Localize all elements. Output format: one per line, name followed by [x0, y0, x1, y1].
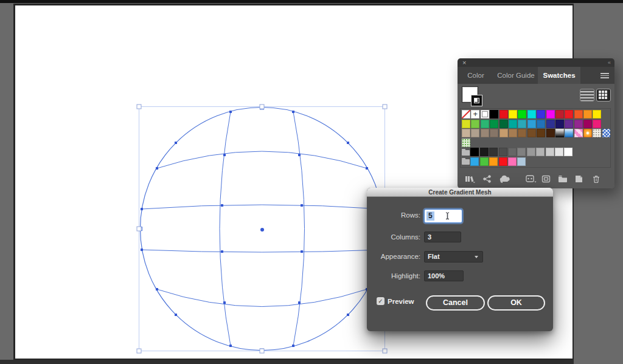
swatch[interactable]	[527, 110, 536, 118]
swatch[interactable]	[462, 129, 470, 137]
swatch[interactable]	[537, 120, 545, 128]
new-swatch-icon[interactable]	[575, 175, 583, 183]
delete-swatch-icon[interactable]	[593, 175, 600, 183]
swatch[interactable]	[574, 110, 583, 118]
swatch[interactable]	[462, 110, 470, 118]
dialog-title-bar[interactable]: Create Gradient Mesh	[367, 188, 553, 197]
tab-color-guide[interactable]: Color Guide	[494, 67, 538, 84]
swatch[interactable]	[517, 157, 526, 166]
grid-view-icon[interactable]	[596, 89, 611, 101]
swatch[interactable]	[565, 110, 573, 118]
panel-close-icon[interactable]: ×	[462, 58, 466, 67]
swatch[interactable]	[471, 129, 479, 137]
swatch[interactable]	[536, 148, 545, 156]
tab-color[interactable]: Color	[459, 67, 493, 84]
preview-checkbox[interactable]: ✓	[377, 297, 385, 305]
swatch[interactable]	[574, 129, 583, 137]
swatch[interactable]	[518, 110, 526, 118]
illustrator-workspace: × « Color Color Guide Swatches	[0, 0, 623, 364]
swatch[interactable]	[593, 129, 601, 137]
swatch[interactable]	[555, 148, 563, 156]
swatch[interactable]	[490, 129, 498, 137]
swatch[interactable]	[480, 148, 489, 156]
swatch[interactable]	[499, 148, 507, 156]
swatch[interactable]	[508, 157, 517, 166]
swatch[interactable]	[489, 157, 498, 166]
swatch[interactable]	[537, 129, 545, 137]
panel-drag-bar[interactable]: × «	[458, 58, 614, 67]
swatch[interactable]	[509, 120, 517, 128]
swatch[interactable]	[583, 129, 592, 137]
swatch-options-icon[interactable]	[526, 175, 537, 183]
swatches-panel-body	[458, 84, 614, 188]
swatch[interactable]	[583, 120, 592, 128]
swatch[interactable]	[490, 110, 498, 118]
swatch[interactable]	[509, 110, 517, 118]
rows-input[interactable]: 5	[424, 209, 462, 223]
swatch[interactable]	[602, 129, 611, 137]
panel-menu-icon[interactable]	[600, 73, 609, 78]
swatch[interactable]	[462, 120, 470, 128]
swatch[interactable]	[499, 157, 507, 166]
swatch[interactable]	[499, 110, 508, 118]
swatch[interactable]	[574, 120, 583, 128]
cancel-button[interactable]: Cancel	[426, 295, 485, 311]
swatch[interactable]	[509, 129, 517, 137]
dialog-title: Create Gradient Mesh	[367, 188, 553, 197]
swatch[interactable]	[517, 148, 526, 156]
swatch[interactable]	[499, 129, 508, 137]
swatch[interactable]	[527, 120, 536, 128]
swatch-row	[462, 129, 610, 139]
columns-label: Columns:	[367, 233, 420, 241]
swatch[interactable]	[481, 129, 489, 137]
swatch[interactable]	[471, 120, 479, 128]
add-to-library-icon[interactable]	[499, 175, 511, 183]
swatch[interactable]	[471, 110, 479, 118]
chevron-down-icon	[475, 256, 478, 258]
swatch[interactable]	[564, 148, 573, 156]
collapse-panel-icon[interactable]: «	[608, 59, 610, 67]
swatch[interactable]	[593, 120, 601, 128]
swatch[interactable]	[537, 110, 545, 118]
color-group-folder-icon[interactable]	[462, 150, 470, 156]
swatch[interactable]	[583, 110, 592, 118]
swatch-detail-icon[interactable]	[541, 175, 551, 183]
swatch-libraries-icon[interactable]	[465, 175, 475, 183]
swatch[interactable]	[470, 157, 479, 166]
swatch[interactable]	[565, 129, 573, 137]
swatch[interactable]	[527, 148, 535, 156]
swatch[interactable]	[546, 129, 555, 137]
swatch[interactable]	[518, 129, 526, 137]
color-group-folder-icon[interactable]	[462, 159, 470, 165]
swatch[interactable]	[565, 120, 573, 128]
swatch[interactable]	[527, 129, 536, 137]
swatch[interactable]	[508, 148, 517, 156]
highlight-input[interactable]: 100%	[424, 270, 464, 281]
list-view-icon[interactable]	[580, 89, 594, 101]
tab-swatches[interactable]: Swatches	[538, 67, 580, 84]
stroke-proxy-swatch[interactable]	[472, 95, 482, 106]
swatch[interactable]	[593, 110, 601, 118]
swatch[interactable]	[546, 110, 555, 118]
swatch[interactable]	[489, 148, 498, 156]
appearance-dropdown[interactable]: Flat	[424, 251, 483, 263]
swatch-kinds-icon[interactable]	[483, 175, 491, 183]
swatch[interactable]	[518, 120, 526, 128]
columns-input[interactable]: 3	[424, 232, 461, 242]
swatch[interactable]	[481, 110, 489, 118]
swatch[interactable]	[555, 129, 564, 137]
swatch-grid	[460, 108, 611, 168]
swatch[interactable]	[480, 157, 489, 166]
ok-button[interactable]: OK	[487, 295, 545, 311]
swatch[interactable]	[555, 120, 564, 128]
swatch[interactable]	[470, 148, 479, 156]
window-bottom-edge	[0, 360, 574, 364]
new-color-group-icon[interactable]	[558, 175, 568, 183]
swatch[interactable]	[490, 120, 498, 128]
swatch[interactable]	[546, 148, 554, 156]
swatch[interactable]	[546, 120, 555, 128]
swatch[interactable]	[481, 120, 489, 128]
swatch[interactable]	[462, 139, 470, 147]
swatch[interactable]	[499, 120, 508, 128]
swatch[interactable]	[555, 110, 564, 118]
